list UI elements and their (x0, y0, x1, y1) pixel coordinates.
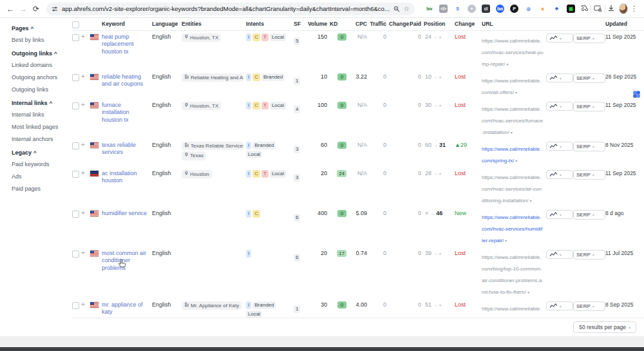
extension-icon[interactable]: cl (482, 5, 490, 13)
url-link[interactable]: https://www.callmrreliable.com/spring-tx… (482, 146, 541, 164)
url-link[interactable]: https://www.callmrreliable.com/hvac-serv… (482, 38, 544, 67)
col-keyword[interactable]: Keyword (102, 21, 152, 27)
position-history-chart-button[interactable]: ▾ (546, 73, 573, 82)
keyword-link[interactable]: furnace installation houston tx (102, 102, 152, 124)
browser-menu-icon[interactable]: ⋮ (630, 5, 638, 13)
serp-button[interactable]: SERP▾ (573, 33, 605, 43)
col-kd[interactable]: KD (330, 21, 348, 27)
entity-chip[interactable]: Texas (182, 151, 206, 160)
url-caret-icon[interactable]: ▾ (527, 290, 529, 294)
sidebar-section-internal-links[interactable]: Internal links^ (12, 100, 70, 106)
profile-avatar[interactable] (619, 3, 628, 14)
add-keyword-button[interactable]: + (81, 170, 90, 176)
sidebar-item-ads[interactable]: Ads (12, 173, 70, 180)
add-keyword-button[interactable]: + (81, 210, 90, 216)
sidebar-item-most-linked-pages[interactable]: Most linked pages (12, 124, 70, 130)
position-history-chart-button[interactable]: ▾ (546, 250, 573, 259)
col-paid[interactable]: Paid (410, 21, 424, 27)
col-sf[interactable]: SF (294, 21, 308, 27)
reload-icon[interactable]: ⟳ (32, 5, 41, 14)
results-per-page-select[interactable]: 50 results per page▾ (573, 321, 636, 333)
url-link[interactable]: https://www.callmrreliable.com/hvac-serv… (482, 214, 542, 243)
position-history-chart-button[interactable]: ▾ (546, 301, 573, 310)
add-keyword-button[interactable]: + (81, 33, 90, 40)
url-caret-icon[interactable]: ▾ (505, 239, 507, 243)
back-icon[interactable]: ← (6, 5, 15, 14)
row-checkbox[interactable] (72, 34, 79, 41)
sidebar-item-paid-pages[interactable]: Paid pages (12, 185, 70, 192)
sidebar-section-outgoing-links[interactable]: Outgoing links^ (12, 50, 70, 57)
extensions-puzzle-icon[interactable] (580, 3, 588, 15)
keyword-link[interactable]: most common air conditioner problems (102, 250, 152, 272)
col-entities[interactable]: Entities (182, 21, 246, 27)
serp-button[interactable]: SERP▾ (573, 73, 605, 83)
keyword-link[interactable]: mr. appliance of katy (102, 301, 152, 316)
serp-button[interactable]: SERP▾ (573, 102, 605, 111)
keyword-link[interactable]: heat pump replacement houston tx (102, 33, 152, 55)
col-traffic[interactable]: Traffic (370, 21, 389, 27)
serp-button[interactable]: SERP▾ (573, 170, 605, 180)
row-checkbox[interactable] (72, 142, 79, 149)
add-keyword-button[interactable]: + (81, 142, 90, 148)
row-checkbox[interactable] (72, 251, 79, 258)
keyword-link[interactable]: ac installation houston (102, 170, 152, 185)
col-updated[interactable]: Updated (605, 21, 641, 27)
col-traffic-change[interactable]: Change (389, 21, 410, 27)
url-link[interactable]: https://www.callmrreliable.com/katy-tx/ (482, 306, 541, 318)
row-checkbox[interactable] (72, 302, 79, 309)
site-settings-icon[interactable] (52, 6, 58, 12)
extension-icon[interactable]: bw (425, 5, 433, 13)
extension-icon[interactable]: ◎ (524, 5, 533, 13)
position-history-chart-button[interactable]: ▾ (546, 170, 573, 179)
url-caret-icon[interactable]: ▾ (530, 199, 532, 203)
devtools-icon[interactable] (594, 3, 602, 15)
url-caret-icon[interactable]: ▾ (515, 91, 517, 95)
position-cell[interactable]: 28→▾ (424, 170, 455, 176)
position-history-chart-button[interactable]: ▾ (546, 33, 573, 43)
sidebar-item-linked-domains[interactable]: Linked domains (12, 62, 70, 68)
extension-icon[interactable]: a (538, 5, 547, 13)
entity-chip[interactable]: Houston, TX (182, 33, 221, 42)
url-link[interactable]: https://www.callmrreliable.com/hvac-serv… (482, 175, 542, 204)
sidebar-item-outgoing-anchors[interactable]: Outgoing anchors (12, 74, 70, 81)
url-link[interactable]: https://www.callmrreliable.com/all-offer… (482, 78, 541, 95)
url-text[interactable]: app.ahrefs.com/v2-site-explorer/organic-… (62, 5, 390, 12)
keyword-link[interactable]: texas reliable services (102, 142, 152, 157)
sidebar-item-best-by-links[interactable]: Best by links (12, 37, 70, 43)
entity-chip[interactable]: Reliable Heating and Air (182, 73, 243, 82)
address-bar[interactable]: app.ahrefs.com/v2-site-explorer/organic-… (46, 3, 415, 15)
col-volume[interactable]: Volume (308, 21, 330, 27)
url-caret-icon[interactable]: ▾ (511, 131, 513, 135)
position-history-chart-button[interactable]: ▾ (546, 210, 573, 219)
extension-icon[interactable]: bw (496, 5, 504, 13)
url-link[interactable]: https://www.callmrreliable.com/blog/top-… (482, 254, 542, 295)
add-keyword-button[interactable]: + (81, 250, 90, 256)
row-checkbox[interactable] (72, 102, 79, 109)
entity-chip[interactable]: Texas Reliable Services (182, 142, 243, 150)
entity-chip[interactable]: Houston (182, 170, 212, 178)
keyword-link[interactable]: humidifier service (102, 210, 152, 217)
downloads-icon[interactable] (607, 3, 615, 15)
sidebar-section-legacy[interactable]: Legacy^ (12, 149, 70, 156)
col-intents[interactable]: Intents (246, 21, 294, 27)
url-caret-icon[interactable]: ▾ (506, 62, 508, 66)
url-caret-icon[interactable]: ▾ (515, 159, 517, 163)
add-keyword-button[interactable]: + (81, 301, 90, 308)
sidebar-item-internal-anchors[interactable]: Internal anchors (12, 136, 70, 142)
position-history-chart-button[interactable]: ▾ (546, 142, 573, 151)
position-cell[interactable]: 24→▾ (424, 33, 455, 40)
extension-icon[interactable]: ▦ (567, 5, 575, 13)
add-keyword-button[interactable]: + (81, 73, 90, 80)
entity-chip[interactable]: Mr. Appliance of Katy (182, 301, 242, 310)
serp-button[interactable]: SERP▾ (573, 301, 605, 311)
position-cell[interactable]: 51→▾ (424, 301, 455, 308)
position-cell[interactable]: ×→46 (424, 210, 455, 216)
forward-icon[interactable]: → (19, 5, 28, 14)
sidebar-item-paid-keywords[interactable]: Paid keywords (12, 161, 70, 167)
serp-button[interactable]: SERP▾ (573, 210, 605, 220)
col-cpc[interactable]: CPC (348, 21, 370, 27)
keyword-link[interactable]: reliable heating and air coupons (102, 73, 152, 88)
extension-icon[interactable]: S (453, 5, 462, 13)
floating-extension-widget[interactable] (632, 90, 641, 99)
extension-icon[interactable]: ❖ (553, 5, 561, 13)
